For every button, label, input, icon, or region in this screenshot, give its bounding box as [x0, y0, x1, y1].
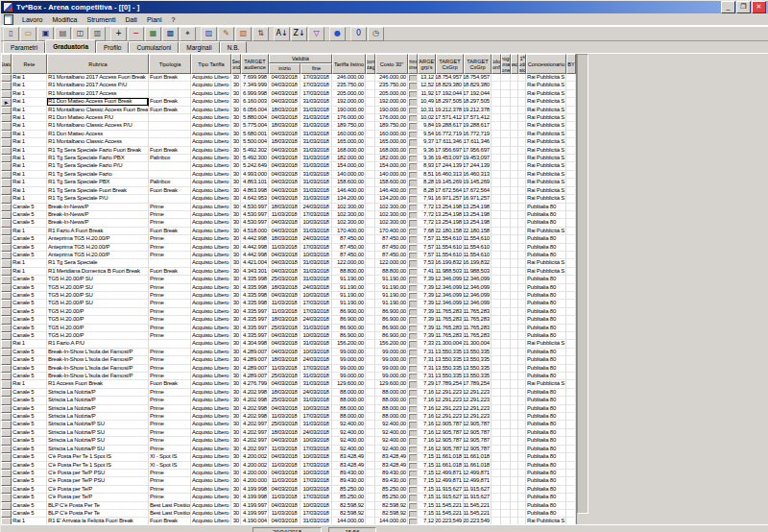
cell-prime-time[interactable]	[408, 162, 418, 170]
cell-tipo-tariffa[interactable]: Acquisto Libero	[191, 486, 231, 494]
cell-programmazione[interactable]	[501, 405, 511, 413]
cell-tariffa-listino[interactable]: 99.000,00	[332, 373, 366, 380]
cell-secondi[interactable]: 30	[231, 138, 241, 146]
cell-validita-inizio[interactable]: 11/03/2018	[269, 510, 300, 518]
cell-tipologia[interactable]	[149, 131, 191, 138]
cell-validita-inizio[interactable]: 18/03/2018	[269, 204, 300, 211]
cell-target-audience[interactable]: 4.202.997	[241, 421, 269, 428]
cell-colonna-config[interactable]	[492, 356, 501, 364]
cell-costo-30[interactable]: 102.300,00	[375, 219, 408, 227]
cell-target-audience[interactable]: 4.335.997	[241, 308, 269, 316]
cell-suddivisione[interactable]	[518, 470, 526, 477]
cell-costo-30[interactable]: 129.600,00	[375, 380, 408, 388]
cell-tipologia[interactable]: Prime	[149, 356, 191, 364]
cell-target-cxgrp[interactable]: 16.460,313	[436, 171, 464, 179]
cell-target-cxgrp-2[interactable]: 11.554,610	[464, 235, 492, 243]
cell-programmazione[interactable]	[501, 421, 511, 428]
cell-validita-fine[interactable]: 31/03/2018	[300, 187, 332, 195]
cell-sconto[interactable]	[366, 147, 375, 155]
cell-concessionario[interactable]: Publitalia 80	[526, 292, 566, 300]
cell-programmazione[interactable]	[501, 284, 511, 292]
cell-sconto[interactable]	[366, 179, 375, 186]
cell-validita-inizio[interactable]: 04/03/2018	[269, 74, 300, 82]
cell-target-audience[interactable]: 7.699.998	[241, 74, 269, 82]
cell-programmazione[interactable]	[501, 98, 511, 106]
cell-target-audience[interactable]: 4.289.007	[241, 349, 269, 356]
cell-rubrica[interactable]: Striscia La Notizia/P SU	[47, 421, 149, 428]
cell-prime-time[interactable]	[408, 389, 418, 397]
cell-fascia[interactable]	[511, 365, 518, 373]
cell-secondi[interactable]: 30	[231, 252, 241, 259]
cell-costo-30[interactable]: 89.430,00	[375, 477, 408, 485]
cell-tipologia[interactable]	[149, 162, 191, 170]
cell-tipo-tariffa[interactable]: Acquisto Libero	[191, 107, 231, 114]
cell-prime-time[interactable]	[408, 179, 418, 186]
cell-target-audience[interactable]: 4.642.953	[241, 195, 269, 203]
cell-tipologia[interactable]: Prime	[149, 349, 191, 356]
cell-tariffa-listino[interactable]: 82.598,92	[332, 502, 366, 510]
cell-validita-fine[interactable]: 17/03/2018	[300, 300, 332, 307]
cell-concessionario[interactable]: Publitalia 80	[526, 446, 566, 453]
cell-colonna-config[interactable]	[492, 122, 501, 130]
cell-secondi[interactable]: 30	[231, 284, 241, 292]
cell-sconto[interactable]	[366, 82, 375, 89]
cell-sconto[interactable]	[366, 494, 375, 501]
cell-tariffa-listino[interactable]: 134.200,00	[332, 195, 366, 203]
prime-time-checkbox[interactable]	[409, 99, 418, 106]
prime-time-checkbox[interactable]	[409, 381, 418, 388]
cell-secondi[interactable]: 30	[231, 114, 241, 122]
cell-target-grps[interactable]: 7,53	[418, 259, 436, 267]
row-header[interactable]	[1, 486, 12, 494]
cell-programmazione[interactable]	[501, 162, 511, 170]
cell-target-grps[interactable]: 8,28	[418, 187, 436, 195]
cell-target-cxgrp-2[interactable]: 11.915,627	[464, 494, 492, 501]
cell-prime-time[interactable]	[408, 74, 418, 82]
cell-rubrica[interactable]: Break-In-Show L'Isola dei Famosi/P	[47, 365, 149, 373]
cell-rete[interactable]: Canale 5	[12, 494, 47, 501]
cell-suddivisione[interactable]	[518, 477, 526, 485]
sort-ascending-button[interactable]: A↓	[274, 27, 290, 41]
row-header[interactable]	[1, 187, 12, 195]
cell-prime-time[interactable]	[408, 510, 418, 518]
cell-colonna-config[interactable]	[492, 421, 501, 428]
cell-tariffa-listino[interactable]: 146.400,00	[332, 187, 366, 195]
cell-sconto[interactable]	[366, 292, 375, 300]
cell-target-cxgrp[interactable]: 13.254,198	[436, 211, 464, 219]
cell-target-grps[interactable]: 10,02	[418, 114, 436, 122]
cell-target-grps[interactable]: 7,16	[418, 405, 436, 413]
cell-secondi[interactable]: 30	[231, 356, 241, 364]
minimize-button[interactable]: _	[721, 1, 735, 13]
cell-rete[interactable]: Canale 5	[12, 204, 47, 211]
cell-target-grps[interactable]: 7,39	[418, 292, 436, 300]
cell-rete[interactable]: Canale 5	[12, 510, 47, 518]
cell-target-audience[interactable]: 5.492.302	[241, 147, 269, 155]
cell-colonna-config[interactable]	[492, 228, 501, 235]
cell-target-grps[interactable]: 7,16	[418, 437, 436, 445]
cell-colonna-config[interactable]	[492, 510, 501, 518]
cell-tariffa-listino[interactable]: 83.428,49	[332, 453, 366, 461]
cell-target-cxgrp-2[interactable]: 13.550,335	[464, 349, 492, 356]
cell-prime-time[interactable]	[408, 429, 418, 437]
column-header-fine[interactable]: fine	[300, 63, 332, 74]
cell-costo-30[interactable]: 92.400,00	[375, 429, 408, 437]
cell-fascia[interactable]	[511, 349, 518, 356]
cell-sconto[interactable]	[366, 114, 375, 122]
cell-target-grps[interactable]: 7,39	[418, 276, 436, 283]
cell-rete[interactable]: Rai 1	[12, 114, 47, 122]
cell-colonna-config[interactable]	[492, 219, 501, 227]
cell-secondi[interactable]: 30	[231, 228, 241, 235]
prime-time-checkbox[interactable]	[409, 301, 418, 307]
cell-target-cxgrp-2[interactable]: 11.765,283	[464, 332, 492, 340]
cell-validita-fine[interactable]: 17/03/2018	[300, 82, 332, 89]
cell-target-audience[interactable]: 4.343.301	[241, 268, 269, 276]
cell-prime-time[interactable]	[408, 477, 418, 485]
cell-target-cxgrp[interactable]: 19.453,097	[436, 155, 464, 162]
cell-validita-inizio[interactable]: 18/03/2018	[269, 122, 300, 130]
cell-tipo-tariffa[interactable]: Acquisto Libero	[191, 332, 231, 340]
cell-tipo-tariffa[interactable]: Acquisto Libero	[191, 155, 231, 162]
cell-fascia[interactable]	[511, 107, 518, 114]
cell-validita-fine[interactable]: 31/03/2018	[300, 162, 332, 170]
cell-target-cxgrp[interactable]: 11.661,018	[436, 462, 464, 470]
cell-by[interactable]	[566, 494, 576, 501]
cell-target-grps[interactable]: 7,16	[418, 421, 436, 428]
